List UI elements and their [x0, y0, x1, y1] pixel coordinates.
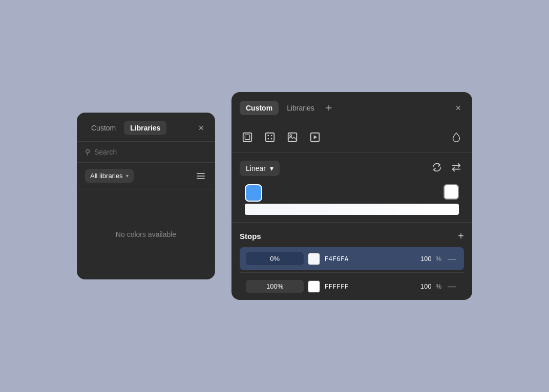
svg-point-3: [267, 135, 269, 136]
stops-title: Stops: [240, 232, 261, 241]
filter-row: All libraries ▾: [77, 163, 215, 189]
list-line-3: [197, 178, 205, 179]
grid-icon-button[interactable]: [262, 129, 278, 145]
stop-1-remove-button[interactable]: —: [446, 253, 458, 265]
stop-2-hex[interactable]: [324, 282, 411, 290]
dropdown-arrow-icon: ▾: [126, 173, 129, 179]
all-libraries-label: All libraries: [90, 172, 123, 180]
gradient-stop-right[interactable]: [444, 184, 459, 200]
search-icon: ⚲: [85, 148, 90, 156]
list-view-button[interactable]: [195, 171, 207, 181]
svg-point-4: [271, 135, 272, 136]
rotate-icon: [431, 162, 442, 173]
left-tab-libraries[interactable]: Libraries: [124, 121, 166, 135]
svg-rect-7: [288, 133, 297, 142]
stop-1-unit: %: [435, 255, 441, 263]
stop-row-2[interactable]: % —: [240, 275, 464, 298]
svg-point-6: [271, 138, 272, 140]
swap-icon: [451, 162, 462, 173]
gradient-type-dropdown[interactable]: Linear ▾: [240, 161, 280, 176]
stop-1-color-swatch[interactable]: [308, 253, 320, 265]
swap-gradient-button[interactable]: [449, 160, 464, 177]
droplet-icon-button[interactable]: [449, 129, 464, 145]
image-icon: [287, 132, 298, 143]
stops-add-button[interactable]: +: [458, 231, 464, 241]
stop-2-opacity[interactable]: [415, 282, 431, 290]
stop-1-percent[interactable]: [246, 252, 304, 265]
gradient-controls: Linear ▾: [240, 160, 464, 177]
search-row: ⚲: [77, 142, 215, 163]
gradient-stop-left[interactable]: [245, 184, 262, 202]
right-close-button[interactable]: ×: [452, 101, 464, 115]
empty-message: No colors available: [116, 230, 176, 238]
right-panel: Custom Libraries + ×: [231, 92, 472, 300]
list-line-1: [197, 173, 205, 174]
stop-2-percent[interactable]: [246, 280, 304, 293]
left-panel: Custom Libraries × ⚲ All libraries ▾ No …: [77, 113, 215, 279]
stop-divider: [240, 272, 464, 273]
frame-icon: [242, 132, 253, 143]
left-panel-header: Custom Libraries ×: [77, 113, 215, 135]
gradient-bar[interactable]: [245, 204, 459, 215]
empty-state: No colors available: [77, 189, 215, 279]
stop-2-color-swatch[interactable]: [308, 280, 320, 293]
stop-2-unit: %: [435, 282, 441, 290]
svg-rect-1: [245, 135, 249, 139]
right-tab-custom[interactable]: Custom: [240, 101, 279, 115]
gradient-dropdown-arrow: ▾: [270, 164, 273, 172]
icon-toolbar: [231, 122, 472, 153]
stop-1-opacity[interactable]: [415, 255, 431, 263]
svg-marker-10: [314, 135, 317, 139]
right-panel-header: Custom Libraries + ×: [231, 92, 472, 116]
grid-icon: [264, 132, 276, 143]
stop-row-1[interactable]: % —: [240, 247, 464, 270]
image-icon-button[interactable]: [285, 129, 300, 145]
svg-rect-0: [243, 133, 252, 142]
gradient-control-icons: [429, 160, 464, 177]
gradient-bar-container: [240, 184, 464, 215]
frame-icon-button[interactable]: [240, 129, 255, 145]
stop-2-remove-button[interactable]: —: [446, 281, 458, 292]
droplet-icon: [451, 132, 462, 143]
svg-point-5: [267, 138, 269, 140]
gradient-type-label: Linear: [246, 164, 266, 172]
stops-header: Stops +: [240, 231, 464, 241]
svg-rect-2: [266, 133, 274, 142]
stop-1-hex[interactable]: [324, 255, 411, 263]
stops-section: Stops + % — % —: [231, 223, 472, 298]
rotate-gradient-button[interactable]: [429, 160, 445, 177]
video-icon: [309, 132, 321, 143]
gradient-section: Linear ▾: [231, 153, 472, 223]
right-add-button[interactable]: +: [323, 100, 335, 116]
video-icon-button[interactable]: [307, 129, 323, 145]
right-tab-libraries[interactable]: Libraries: [281, 101, 321, 115]
list-line-2: [197, 176, 205, 177]
svg-point-8: [290, 135, 292, 137]
all-libraries-dropdown[interactable]: All libraries ▾: [85, 169, 134, 183]
left-tab-custom[interactable]: Custom: [85, 121, 122, 135]
search-input[interactable]: [94, 148, 207, 156]
left-close-button[interactable]: ×: [195, 121, 207, 135]
